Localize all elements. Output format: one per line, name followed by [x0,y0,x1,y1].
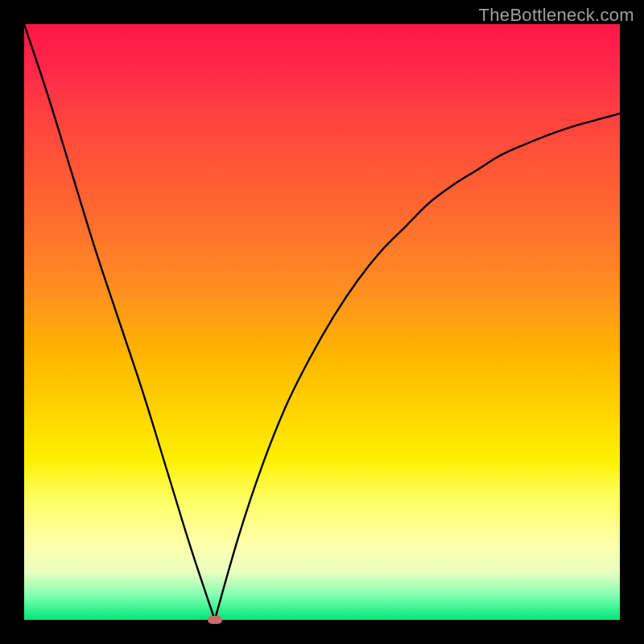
curve-right-branch [215,114,620,620]
bottleneck-curve [24,24,620,620]
chart-plot-area [24,24,620,620]
minimum-marker [208,616,222,624]
watermark-text: TheBottleneck.com [479,5,634,26]
curve-left-branch [24,24,215,620]
